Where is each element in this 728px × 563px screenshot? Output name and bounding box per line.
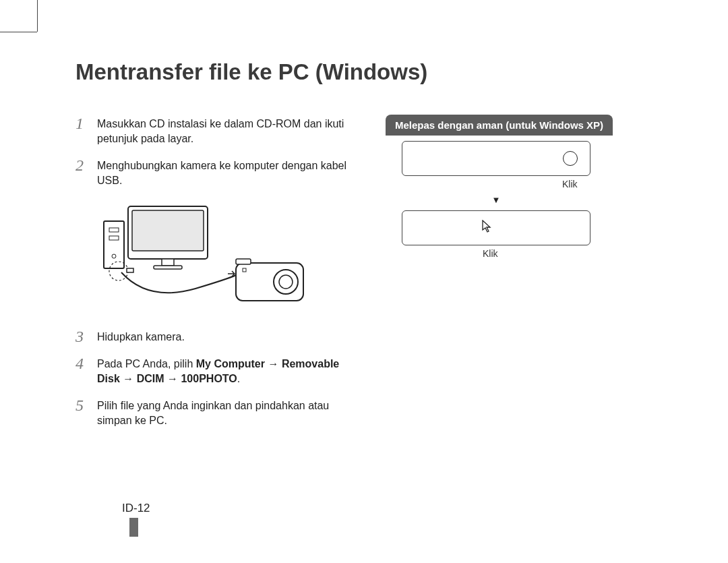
svg-rect-6 (109, 236, 119, 240)
page-title: Mentransfer file ke PC (Windows) (75, 59, 662, 85)
page-content: Mentransfer file ke PC (Windows) 1 Masuk… (75, 59, 662, 438)
cursor-icon (482, 220, 493, 236)
tray-box-2 (402, 210, 590, 245)
camera-pc-illustration (94, 201, 310, 309)
svg-rect-9 (127, 268, 133, 272)
step-3: 3 Hidupkan kamera. (75, 328, 352, 345)
step-suffix: . (237, 373, 240, 384)
svg-point-13 (279, 275, 293, 289)
step-2: 2 Menghubungkan kamera ke komputer denga… (75, 156, 352, 189)
step-text: Hidupkan kamera. (97, 328, 185, 345)
crop-mark-vertical (37, 0, 38, 32)
callout-heading: Melepas dengan aman (untuk Windows XP) (386, 115, 613, 136)
crop-mark-horizontal (0, 32, 37, 32)
step-number: 3 (75, 328, 97, 345)
step-number: 1 (75, 115, 97, 147)
step-text: Masukkan CD instalasi ke dalam CD-ROM da… (97, 115, 352, 147)
svg-rect-14 (243, 268, 246, 272)
klik-label-2: Klik (402, 248, 662, 259)
down-arrow-icon: ▼ (402, 195, 590, 205)
step-text: Pada PC Anda, pilih My Computer → Remova… (97, 355, 352, 387)
step-text: Menghubungkan kamera ke komputer dengan … (97, 156, 352, 189)
svg-rect-1 (132, 210, 204, 251)
two-column-layout: 1 Masukkan CD instalasi ke dalam CD-ROM … (75, 115, 662, 438)
step-number: 4 (75, 355, 97, 387)
step-4: 4 Pada PC Anda, pilih My Computer → Remo… (75, 355, 352, 387)
step-number: 5 (75, 396, 97, 429)
tray-icon-placeholder (563, 151, 578, 166)
page-number-bar (129, 518, 138, 537)
klik-label-1: Klik (402, 179, 662, 189)
step-prefix: Pada PC Anda, pilih (97, 358, 196, 369)
page-number: ID-12 (122, 502, 150, 515)
right-column: Melepas dengan aman (untuk Windows XP) K… (386, 115, 662, 438)
svg-rect-2 (162, 259, 174, 266)
step-text: Pilih file yang Anda inginkan dan pindah… (97, 396, 352, 429)
step-number: 2 (75, 156, 97, 189)
svg-rect-3 (154, 266, 182, 269)
step-5: 5 Pilih file yang Anda inginkan dan pind… (75, 396, 352, 429)
svg-rect-11 (236, 259, 251, 264)
tray-box-1 (402, 141, 590, 176)
step-1: 1 Masukkan CD instalasi ke dalam CD-ROM … (75, 115, 352, 147)
left-column: 1 Masukkan CD instalasi ke dalam CD-ROM … (75, 115, 352, 438)
svg-point-7 (112, 254, 116, 258)
svg-rect-5 (109, 228, 119, 232)
